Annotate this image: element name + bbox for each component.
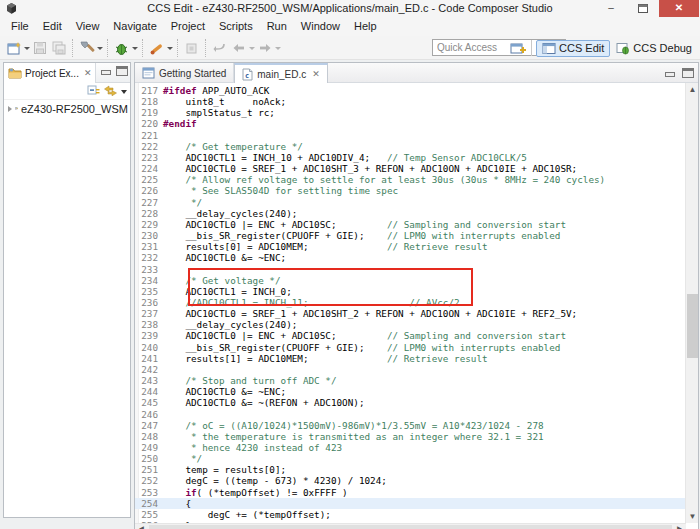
code-line-246[interactable]: 246 — [135, 409, 686, 420]
code-line-226[interactable]: 226 * See SLAS504D for settling time spe… — [135, 185, 686, 196]
menu-item-help[interactable]: Help — [347, 18, 384, 34]
open-perspective-icon[interactable] — [509, 40, 526, 57]
code-line-221[interactable]: 221 — [135, 130, 686, 141]
main-toolbar: CCS Edit CCS Debug — [0, 36, 700, 60]
code-line-245[interactable]: 245 ADC10CTL0 &= ~(REFON + ADC10ON); — [135, 397, 686, 408]
view-menu-icon[interactable] — [121, 90, 127, 94]
maximize-button[interactable] — [630, 0, 656, 17]
link-with-editor-icon[interactable] — [104, 85, 117, 97]
code-line-232[interactable]: 232 ADC10CTL0 &= ~ENC; — [135, 252, 686, 263]
code-line-250[interactable]: 250 */ — [135, 453, 686, 464]
vertical-scroll-thumb[interactable] — [687, 294, 698, 358]
code-line-231[interactable]: 231 results[0] = ADC10MEM; // Retrieve r… — [135, 241, 686, 252]
window-title: CCS Edit - eZ430-RF2500_WSM/Applications… — [0, 2, 700, 14]
new-dropdown-arrow[interactable] — [23, 40, 30, 57]
collapse-all-icon[interactable] — [87, 85, 100, 97]
maximize-view-icon[interactable] — [682, 68, 694, 78]
line-number: 245 — [135, 397, 158, 408]
line-number: 218 — [135, 96, 158, 107]
code-line-243[interactable]: 243 /* Stop and turn off ADC */ — [135, 375, 686, 386]
code-line-253[interactable]: 253 if( (*tempOffset) != 0xFFFF ) — [135, 487, 686, 498]
editor-panel: Getting Started c main_ED.c ✕ 217#ifdef … — [134, 62, 699, 529]
code-line-251[interactable]: 251 temp = results[0]; — [135, 464, 686, 475]
scroll-down-icon[interactable]: ▼ — [686, 510, 699, 523]
tree-item-project[interactable]: eZ430-RF2500_WSM — [4, 100, 130, 117]
minimize-view-icon[interactable] — [664, 68, 676, 78]
project-explorer-panel: Project Ex... ✕ eZ430-RF2500_WSM — [3, 62, 131, 518]
debug-icon[interactable] — [113, 40, 130, 57]
perspective-ccs-debug-button[interactable]: CCS Debug — [610, 40, 698, 57]
code-line-244[interactable]: 244 ADC10CTL0 &= ~ENC; — [135, 386, 686, 397]
code-line-242[interactable]: 242 — [135, 364, 686, 375]
build-icon[interactable] — [78, 40, 95, 57]
code-line-220[interactable]: 220#endif — [135, 118, 686, 129]
forward-dropdown-arrow — [274, 40, 281, 57]
horizontal-scroll-thumb[interactable] — [149, 525, 672, 529]
menu-item-file[interactable]: File — [4, 18, 36, 34]
scroll-up-icon[interactable]: ▲ — [686, 83, 699, 96]
line-text: ADC10CTL0 = SREF_1 + ADC10SHT_3 + REFON … — [158, 163, 577, 174]
code-line-241[interactable]: 241 results[1] = ADC10MEM; // Retrieve r… — [135, 353, 686, 364]
menu-item-run[interactable]: Run — [260, 18, 294, 34]
close-icon[interactable]: ✕ — [310, 69, 320, 79]
line-text: __delay_cycles(240); — [158, 208, 297, 219]
back-icon — [230, 40, 247, 57]
menu-item-navigate[interactable]: Navigate — [106, 18, 163, 34]
code-line-254[interactable]: 254 { — [135, 498, 686, 509]
close-icon[interactable]: ✕ — [82, 68, 92, 78]
menu-item-scripts[interactable]: Scripts — [212, 18, 260, 34]
code-line-230[interactable]: 230 __bis_SR_register(CPUOFF + GIE); // … — [135, 230, 686, 241]
line-number: 229 — [135, 219, 158, 230]
vertical-scrollbar[interactable]: ▲ ▼ — [685, 83, 698, 523]
expander-icon[interactable] — [8, 106, 12, 112]
project-icon — [15, 102, 18, 115]
getting-started-icon — [142, 67, 155, 79]
code-line-237[interactable]: 237 ADC10CTL0 = SREF_1 + ADC10SHT_2 + RE… — [135, 308, 686, 319]
flash-dropdown-arrow[interactable] — [166, 40, 173, 57]
flash-icon[interactable] — [148, 40, 165, 57]
code-line-238[interactable]: 238 __delay_cycles(240); — [135, 319, 686, 330]
menu-item-window[interactable]: Window — [294, 18, 347, 34]
line-number: 252 — [135, 475, 158, 486]
code-line-239[interactable]: 239 ADC10CTL0 |= ENC + ADC10SC; // Sampl… — [135, 330, 686, 341]
minimize-button[interactable]: – — [598, 0, 624, 17]
code-line-224[interactable]: 224 ADC10CTL0 = SREF_1 + ADC10SHT_3 + RE… — [135, 163, 686, 174]
maximize-view-icon[interactable] — [116, 66, 128, 76]
code-line-247[interactable]: 247 /* oC = ((A10/1024)*1500mV)-986mV)*1… — [135, 420, 686, 431]
code-line-228[interactable]: 228 __delay_cycles(240); — [135, 208, 686, 219]
menu-item-edit[interactable]: Edit — [36, 18, 69, 34]
menu-bar: FileEditViewNavigateProjectScriptsRunWin… — [0, 18, 700, 36]
build-dropdown-arrow[interactable] — [96, 40, 103, 57]
line-number: 225 — [135, 174, 158, 185]
line-number: 240 — [135, 342, 158, 353]
tab-main-ed-c[interactable]: c main_ED.c ✕ — [234, 63, 327, 83]
project-explorer-tab[interactable]: Project Ex... ✕ — [4, 63, 96, 83]
code-line-240[interactable]: 240 __bis_SR_register(CPUOFF + GIE); // … — [135, 342, 686, 353]
code-line-225[interactable]: 225 /* Allow ref voltage to settle for a… — [135, 174, 686, 185]
code-line-223[interactable]: 223 ADC10CTL1 = INCH_10 + ADC10DIV_4; //… — [135, 152, 686, 163]
perspective-ccs-edit-button[interactable]: CCS Edit — [536, 40, 610, 57]
new-wizard-icon[interactable] — [5, 40, 22, 57]
code-line-252[interactable]: 252 degC = ((temp - 673) * 4230) / 1024; — [135, 475, 686, 486]
code-editor[interactable]: 217#ifdef APP_AUTO_ACK218 uint8_t noAck;… — [135, 83, 686, 523]
line-number: 236 — [135, 297, 158, 308]
scroll-left-icon[interactable]: ◄ — [135, 524, 148, 529]
tab-getting-started[interactable]: Getting Started — [135, 63, 234, 83]
menu-item-view[interactable]: View — [69, 18, 107, 34]
code-line-229[interactable]: 229 ADC10CTL0 |= ENC + ADC10SC; // Sampl… — [135, 219, 686, 230]
scroll-right-icon[interactable]: ► — [673, 524, 686, 529]
code-line-255[interactable]: 255 degC += (*tempOffset); — [135, 509, 686, 520]
code-line-227[interactable]: 227 */ — [135, 197, 686, 208]
code-line-218[interactable]: 218 uint8_t noAck; — [135, 96, 686, 107]
code-line-248[interactable]: 248 * the temperature is transmitted as … — [135, 431, 686, 442]
code-line-219[interactable]: 219 smplStatus_t rc; — [135, 107, 686, 118]
horizontal-scrollbar[interactable]: ◄ ► — [135, 523, 686, 529]
debug-dropdown-arrow[interactable] — [131, 40, 138, 57]
minimize-view-icon[interactable] — [100, 66, 112, 76]
close-button[interactable]: ✕ — [659, 0, 699, 17]
line-number: 217 — [135, 85, 158, 96]
code-line-217[interactable]: 217#ifdef APP_AUTO_ACK — [135, 85, 686, 96]
menu-item-project[interactable]: Project — [164, 18, 212, 34]
code-line-222[interactable]: 222 /* Get temperature */ — [135, 141, 686, 152]
code-line-249[interactable]: 249 * hence 4230 instead of 423 — [135, 442, 686, 453]
